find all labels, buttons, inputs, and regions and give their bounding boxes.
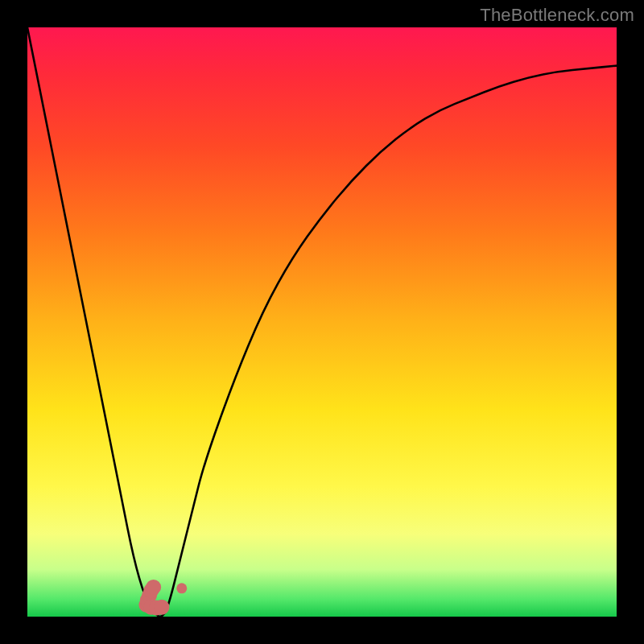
L-marker-bottom-3 [154, 600, 169, 615]
watermark-text: TheBottleneck.com [480, 5, 634, 26]
bottleneck-curve [27, 27, 617, 617]
right-dot [176, 583, 187, 593]
chart-plot-area [27, 27, 617, 617]
marker-group [138, 580, 187, 616]
chart-frame: TheBottleneck.com [0, 0, 644, 644]
L-marker-stroke-5 [146, 580, 161, 595]
chart-svg [27, 27, 617, 617]
